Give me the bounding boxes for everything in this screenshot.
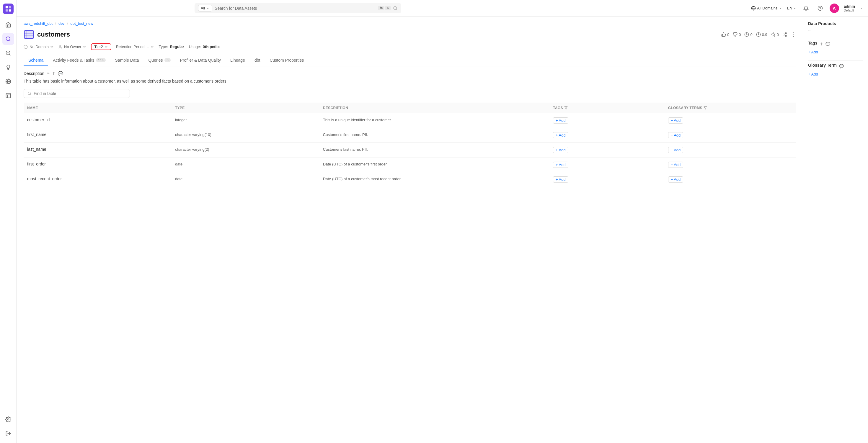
breadcrumb-sep-1: / [55,21,56,26]
downvote-btn[interactable]: 0 [733,32,741,37]
tags-add-btn-0[interactable]: + Add [553,117,568,124]
glossary-add-btn-1[interactable]: + Add [668,132,683,138]
glossary-add-btn-0[interactable]: + Add [668,117,683,124]
cell-type-0: integer [172,113,319,128]
col-header-type: TYPE [172,103,319,113]
cell-desc-4: Date (UTC) of a customer's most recent o… [319,172,550,187]
tab-profiler[interactable]: Profiler & Data Quality [175,55,226,66]
description-icon2[interactable]: ⬆ [52,71,56,76]
tab-queries-badge: 0 [164,58,170,62]
svg-rect-9 [6,94,10,98]
score-btn[interactable]: 0.9 [756,32,767,37]
search-type-select[interactable]: All [198,5,212,11]
explore-icon[interactable] [2,47,14,59]
tab-lineage[interactable]: Lineage [225,55,250,66]
svg-rect-2 [5,9,7,11]
tags-add-btn[interactable]: + Add [808,50,818,54]
usage-meta: Usage: 0th pctile [189,44,220,49]
panel-divider-1 [808,38,863,38]
svg-rect-21 [25,33,34,34]
tags-add-btn-3[interactable]: + Add [553,162,568,168]
tab-dbt[interactable]: dbt [250,55,265,66]
breadcrumb-part-3[interactable]: dbt_test_new [70,21,93,26]
user-info[interactable]: admin Default [844,4,855,12]
glossary-add-btn[interactable]: + Add [808,72,818,76]
cell-desc-1: Customer's first name. PII. [319,128,550,143]
svg-rect-20 [26,30,27,38]
search-icon[interactable] [2,33,14,45]
retention-meta: Retention Period: -- ✏ [116,44,154,49]
col-header-name: NAME [24,103,172,113]
more-options-btn[interactable]: ⋮ [790,31,796,38]
notifications-icon[interactable] [801,4,811,13]
language-selector[interactable]: EN [787,6,797,10]
owner-edit-icon[interactable]: ✏ [83,45,86,49]
table-row: last_name character varying(2) Customer'… [24,143,796,158]
cell-tags-4: + Add [550,172,664,187]
svg-rect-0 [5,6,7,8]
svg-rect-18 [25,30,34,38]
svg-point-28 [785,35,786,37]
globe-icon[interactable] [2,75,14,87]
data-products-title: Data Products [808,21,863,26]
type-label: Type: [159,44,168,49]
cell-desc-0: This is a unique identifier for a custom… [319,113,550,128]
svg-rect-22 [25,35,34,36]
home-icon[interactable] [2,19,14,31]
help-icon[interactable] [815,4,825,13]
watch-count: 0 [750,32,752,37]
svg-point-12 [394,6,397,10]
svg-line-30 [784,33,786,34]
settings-icon[interactable] [2,413,14,425]
svg-marker-35 [564,107,567,109]
tab-schema[interactable]: Schema [24,55,48,66]
table-search-input[interactable] [34,91,126,96]
breadcrumb-part-1[interactable]: aws_redshift_dbt [24,21,53,26]
app-logo[interactable] [3,4,13,14]
svg-rect-3 [8,9,11,11]
tab-activity[interactable]: Activity Feeds & Tasks 116 [48,55,110,66]
tab-activity-badge: 116 [96,58,105,62]
tags-add-btn-1[interactable]: + Add [553,132,568,138]
svg-line-5 [9,40,10,41]
cell-name-4: most_recent_order [24,172,172,187]
tab-custom-properties[interactable]: Custom Properties [265,55,309,66]
cell-glossary-1: + Add [664,128,796,143]
watch-btn[interactable]: 0 [744,32,752,37]
glossary-add-btn-2[interactable]: + Add [668,147,683,153]
glossary-add-btn-3[interactable]: + Add [668,162,683,168]
breadcrumb-sep-2: / [67,21,68,26]
star-btn[interactable]: 0 [771,32,779,37]
share-btn[interactable] [782,32,787,37]
glossary-add-btn-4[interactable]: + Add [668,176,683,182]
description-edit-icon[interactable]: ✏ [46,71,50,75]
tags-add-btn-4[interactable]: + Add [553,176,568,182]
svg-point-4 [6,37,10,41]
breadcrumb-part-2[interactable]: dev [58,21,65,26]
glossary-icon: 💬 [839,64,844,68]
domain-edit-icon[interactable]: ✏ [51,45,54,49]
search-input[interactable] [215,6,376,11]
svg-rect-1 [8,6,11,8]
cell-tags-0: + Add [550,113,664,128]
tier-badge[interactable]: Tier2 ✏ [91,43,111,50]
avatar[interactable]: A [830,4,839,13]
governance-icon[interactable] [2,90,14,101]
tags-section: Tags ⬆ 💬 + Add [808,41,863,54]
tier-edit-icon[interactable]: ✏ [105,45,108,49]
cell-glossary-0: + Add [664,113,796,128]
retention-edit-icon[interactable]: ✏ [151,45,154,49]
search-icon-btn[interactable] [393,6,398,11]
tab-sample-data[interactable]: Sample Data [111,55,144,66]
col-header-glossary: GLOSSARY TERMS [664,103,796,113]
description-icon3[interactable]: 💬 [58,71,63,76]
svg-point-33 [28,92,31,95]
tags-add-btn-2[interactable]: + Add [553,147,568,153]
lightbulb-icon[interactable] [2,61,14,73]
logout-icon[interactable] [2,428,14,439]
upvote-btn[interactable]: 0 [721,32,729,37]
domain-selector[interactable]: All Domains [751,6,782,11]
metadata-row: No Domain ✏ No Owner ✏ Tier2 ✏ [24,43,796,50]
user-chevron-icon[interactable] [860,6,863,10]
tab-queries[interactable]: Queries 0 [144,55,175,66]
